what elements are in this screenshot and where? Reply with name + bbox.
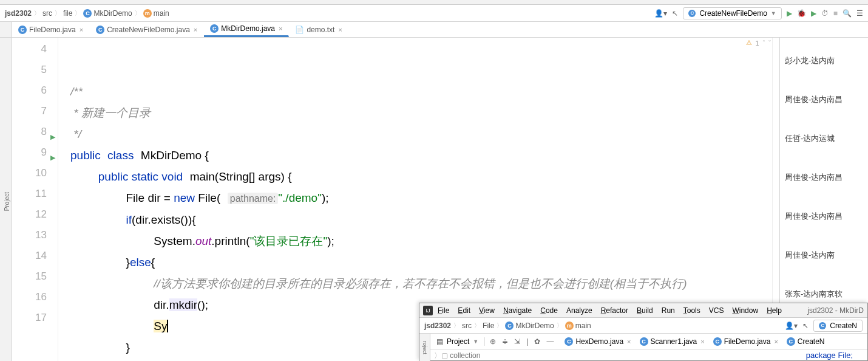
ov-run-config[interactable]: CCreateN: [813, 320, 863, 332]
main-toolbar: jsd2302 〉 src 〉 file 〉 CMkDirDemo 〉 mmai…: [0, 5, 868, 22]
menu-code[interactable]: Code: [537, 305, 561, 316]
menu-refactor[interactable]: Refactor: [597, 305, 632, 316]
crumb-method[interactable]: main: [154, 9, 169, 18]
ov-package-stmt: package File;: [806, 351, 853, 360]
ov-project-strip[interactable]: roject: [419, 334, 430, 361]
user-entry[interactable]: 周佳俊-达内南昌: [780, 158, 868, 197]
line-gutter[interactable]: 4 5 6 7 8▶ 9▶ 10 11 12 13 14 15 16 17: [12, 38, 58, 361]
menu-build[interactable]: Build: [633, 305, 657, 316]
menu-view[interactable]: View: [475, 305, 498, 316]
close-icon[interactable]: ×: [80, 26, 83, 33]
menu-vcs[interactable]: VCS: [705, 305, 728, 316]
crumb-file[interactable]: file: [63, 9, 72, 18]
ov-crumb-class[interactable]: MkDirDemo: [515, 321, 554, 330]
chevron-up-icon[interactable]: ˆ: [763, 40, 765, 47]
ov-tab-scanner[interactable]: CScanner1.java×: [636, 336, 708, 347]
crumb-class[interactable]: MkDirDemo: [93, 9, 132, 18]
ov-crumb-project[interactable]: jsd2302: [424, 321, 451, 330]
user-entry[interactable]: 任哲-达内运城: [780, 119, 868, 158]
menu-file[interactable]: File: [434, 305, 453, 316]
user-entry[interactable]: 周佳俊-达内南昌: [780, 197, 868, 236]
ov-settings-icon[interactable]: ✿: [534, 337, 540, 346]
user-entry[interactable]: 周佳俊-达内南: [780, 236, 868, 275]
overlay-tabs-row: roject ▤Project▼ ⊕ ≑ ⇲ | ✿ — CHexDemo.ja…: [419, 334, 867, 349]
ov-crumb-src[interactable]: src: [462, 321, 472, 330]
secondary-ide-window[interactable]: IJ File Edit View Navigate Code Analyze …: [419, 303, 868, 361]
stop-button[interactable]: ■: [833, 9, 838, 18]
ov-crumb-method[interactable]: main: [575, 321, 591, 330]
menu-run[interactable]: Run: [658, 305, 679, 316]
overlay-toolbar: jsd2302 〉 src 〉 File 〉 CMkDirDemo 〉 mmai…: [419, 318, 867, 334]
run-button[interactable]: ▶: [787, 9, 792, 18]
back-icon[interactable]: ↖: [672, 9, 678, 18]
close-icon[interactable]: ×: [279, 25, 282, 32]
add-config-icon[interactable]: 👤▾: [654, 9, 667, 18]
ov-expand-icon[interactable]: ⇲: [514, 337, 520, 346]
ov-target-icon[interactable]: ⊕: [490, 337, 496, 346]
tab-createnewfile[interactable]: CCreateNewFileDemo.java×: [90, 22, 204, 37]
warning-icon: ⚠: [746, 39, 752, 47]
top-menu-bar: [0, 0, 868, 5]
user-icon[interactable]: 👤▾: [785, 321, 798, 330]
left-tool-strip: Project Structure vorites: [0, 38, 12, 361]
ov-tab-createn[interactable]: CCreateN: [783, 336, 829, 347]
menu-navigate[interactable]: Navigate: [500, 305, 535, 316]
menu-edit[interactable]: Edit: [454, 305, 474, 316]
settings-icon[interactable]: ☰: [856, 9, 863, 18]
overlay-title: jsd2302 - MkDirD: [807, 306, 864, 315]
breadcrumb[interactable]: jsd2302 〉 src 〉 file 〉 CMkDirDemo 〉 mmai…: [5, 9, 169, 18]
ov-tab-hex[interactable]: CHexDemo.java×: [561, 336, 634, 347]
run-gutter-icon[interactable]: ▶: [50, 126, 55, 147]
project-tool[interactable]: Project: [2, 190, 12, 213]
chevron-down-icon[interactable]: ˇ: [768, 40, 771, 47]
ov-project-view[interactable]: ▤Project▼: [430, 337, 485, 346]
crumb-project[interactable]: jsd2302: [5, 9, 32, 18]
param-hint: pathname:: [228, 193, 279, 204]
profile-button[interactable]: ⏱: [821, 9, 829, 18]
ov-body: 〉▢ collection package File;: [419, 349, 867, 361]
run-coverage-button[interactable]: ▶: [811, 9, 816, 18]
run-gutter-icon[interactable]: ▶: [50, 147, 55, 168]
user-entry[interactable]: 彭小龙-达内南: [780, 41, 868, 80]
menu-analyze[interactable]: Analyze: [563, 305, 596, 316]
editor-tabs: CFileDemo.java× CCreateNewFileDemo.java×…: [0, 22, 868, 38]
crumb-src[interactable]: src: [42, 9, 52, 18]
tab-filedemo[interactable]: CFileDemo.java×: [12, 22, 90, 37]
menu-help[interactable]: Help: [763, 305, 785, 316]
inspection-badge[interactable]: ⚠ 1 ˆ ˇ: [746, 39, 771, 47]
menu-window[interactable]: Window: [728, 305, 762, 316]
tab-demotxt[interactable]: 📄demo.txt×: [289, 22, 348, 37]
run-config-selector[interactable]: C CreateNewFileDemo ▼: [683, 7, 781, 19]
close-icon[interactable]: ×: [338, 26, 342, 33]
tab-mkdirdemo[interactable]: CMkDirDemo.java×: [204, 22, 289, 37]
close-icon[interactable]: ×: [194, 26, 197, 33]
search-icon[interactable]: 🔍: [843, 9, 852, 18]
menu-tools[interactable]: Tools: [680, 305, 704, 316]
debug-button[interactable]: 🐞: [797, 9, 806, 18]
ov-collapse-icon[interactable]: ≑: [502, 337, 508, 346]
user-entry[interactable]: 周佳俊-达内南昌: [780, 80, 868, 119]
ov-crumb-pkg[interactable]: File: [483, 321, 494, 330]
ov-tab-filedemo[interactable]: CFileDemo.java×: [710, 336, 782, 347]
app-icon: IJ: [423, 306, 433, 315]
back-icon[interactable]: ↖: [802, 321, 809, 330]
overlay-menubar: IJ File Edit View Navigate Code Analyze …: [419, 303, 867, 318]
